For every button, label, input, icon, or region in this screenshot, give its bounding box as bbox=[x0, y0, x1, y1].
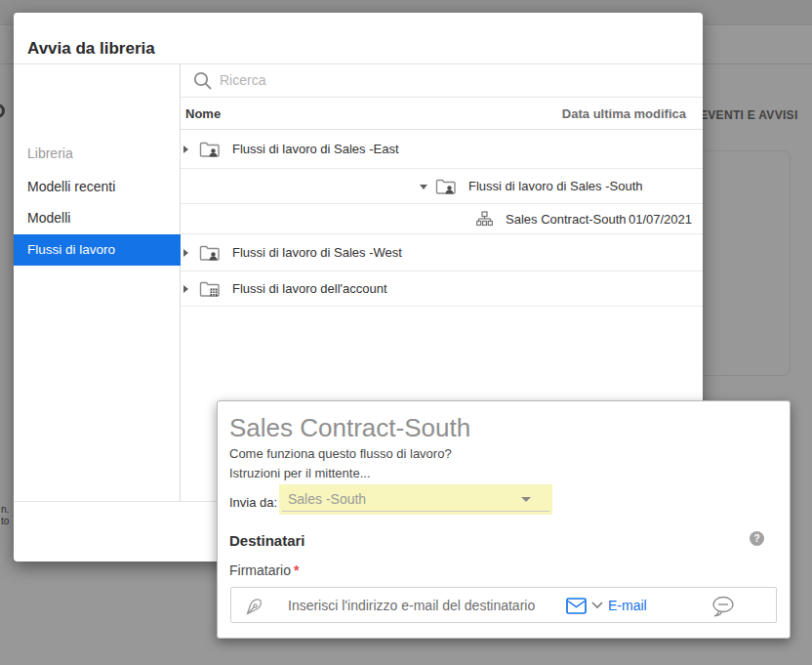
required-asterisk: * bbox=[294, 562, 299, 578]
email-envelope-icon bbox=[566, 598, 587, 614]
background-text-fragment: to bbox=[1, 516, 9, 526]
signer-label-text: Firmatario bbox=[229, 562, 291, 578]
delivery-method-label: E-mail bbox=[608, 598, 647, 613]
workflow-folder-icon bbox=[199, 141, 221, 158]
recipient-email-input[interactable] bbox=[288, 588, 561, 622]
recipients-heading: Destinatari bbox=[229, 532, 305, 549]
table-header: Nome Data ultima modifica bbox=[181, 98, 703, 130]
send-from-dropdown[interactable]: Sales -South bbox=[279, 484, 552, 515]
expander-collapsed-icon[interactable] bbox=[183, 284, 192, 294]
signer-label: Firmatario* bbox=[229, 562, 299, 578]
search-icon bbox=[193, 71, 213, 91]
background-text-fragment: n. bbox=[1, 504, 9, 515]
sidebar-item-modelli-recenti[interactable]: Modelli recenti bbox=[14, 171, 181, 202]
background-text-fragment bbox=[0, 98, 14, 127]
table-row[interactable]: Sales Contract-South 01/07/2021 bbox=[181, 204, 703, 234]
recipient-email-row: E-mail bbox=[230, 587, 777, 623]
account-folder-icon bbox=[199, 280, 221, 298]
help-icon[interactable]: ? bbox=[750, 531, 764, 546]
dropdown-underline bbox=[282, 511, 549, 512]
workflow-title: Sales Contract-South bbox=[229, 413, 470, 443]
expander-collapsed-icon[interactable] bbox=[183, 248, 192, 258]
private-message-icon[interactable] bbox=[711, 596, 738, 617]
send-from-value: Sales -South bbox=[288, 491, 366, 507]
sidebar-item-flussi-di-lavoro[interactable]: Flussi di lavoro bbox=[14, 234, 181, 266]
search-input[interactable] bbox=[220, 63, 512, 97]
org-chart-icon bbox=[476, 211, 493, 227]
library-sidebar: Libreria Modelli recenti Modelli Flussi … bbox=[14, 63, 181, 501]
row-last-modified-date: 01/07/2021 bbox=[629, 212, 703, 227]
table-row[interactable]: Flussi di lavoro di Sales -South bbox=[181, 169, 703, 204]
send-from-label: Invia da: bbox=[229, 495, 277, 510]
table-row[interactable]: Flussi di lavoro di Sales -East bbox=[181, 130, 703, 169]
expander-collapsed-icon[interactable] bbox=[183, 145, 192, 154]
row-label: Flussi di lavoro di Sales -East bbox=[232, 142, 399, 156]
workflow-send-dialog: Sales Contract-South Come funziona quest… bbox=[217, 400, 791, 639]
column-header-name: Nome bbox=[185, 106, 221, 121]
expander-expanded-icon[interactable] bbox=[420, 182, 428, 191]
workflow-list: Flussi di lavoro di Sales -East Flussi d… bbox=[181, 130, 703, 307]
workflow-folder-icon bbox=[435, 178, 457, 195]
workflow-folder-icon bbox=[199, 244, 221, 262]
chevron-down-icon bbox=[521, 497, 531, 502]
chevron-down-icon bbox=[591, 602, 603, 609]
row-label: Flussi di lavoro di Sales -West bbox=[232, 245, 402, 260]
events-and-alerts-tab: EVENTI E AVVISI bbox=[700, 108, 798, 122]
table-row[interactable]: Flussi di lavoro dell'account bbox=[181, 271, 703, 307]
search-bar bbox=[181, 63, 703, 98]
workflow-description-line1: Come funziona questo flusso di lavoro? bbox=[229, 446, 452, 461]
table-row[interactable]: Flussi di lavoro di Sales -West bbox=[181, 234, 703, 271]
row-label: Flussi di lavoro dell'account bbox=[232, 281, 387, 296]
column-header-last-modified: Data ultima modifica bbox=[562, 106, 686, 121]
sidebar-item-modelli[interactable]: Modelli bbox=[14, 202, 181, 233]
dialog-title: Avvia da libreria bbox=[27, 39, 155, 59]
signature-pen-icon bbox=[244, 596, 265, 617]
row-label: Flussi di lavoro di Sales -South bbox=[468, 179, 642, 193]
workflow-description-line2: Istruzioni per il mittente... bbox=[229, 466, 371, 480]
row-label: Sales Contract-South bbox=[506, 212, 627, 227]
sidebar-item-libreria[interactable]: Libreria bbox=[14, 138, 181, 169]
